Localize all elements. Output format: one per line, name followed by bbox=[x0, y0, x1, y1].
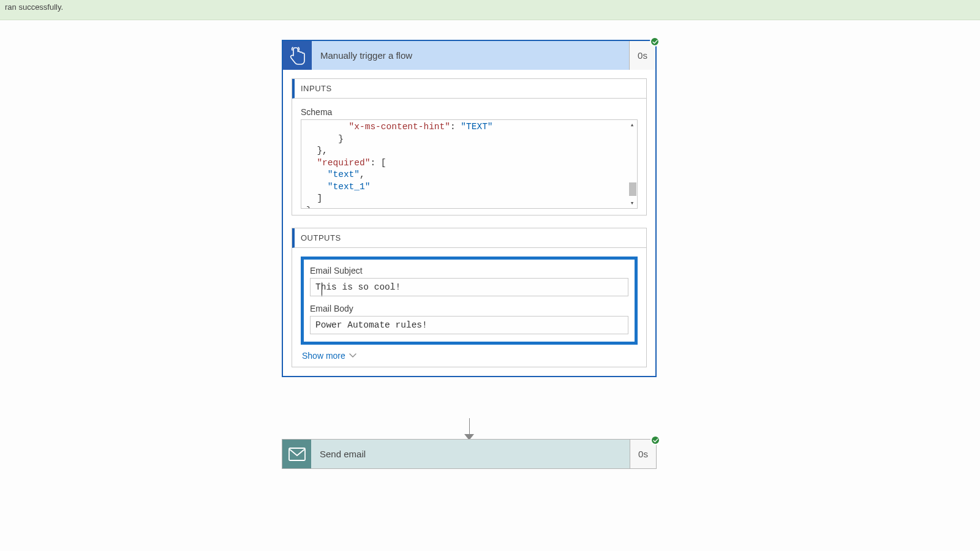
trigger-title: Manually trigger a flow bbox=[312, 41, 630, 70]
outputs-section: OUTPUTS Email Subject This is so cool! E… bbox=[292, 228, 647, 367]
show-more-link[interactable]: Show more bbox=[301, 351, 638, 361]
trigger-body: INPUTS Schema "x-ms-content-hint": "TEXT… bbox=[283, 70, 655, 376]
email-subject-label: Email Subject bbox=[310, 266, 628, 276]
chevron-down-icon bbox=[349, 353, 356, 358]
inputs-header: INPUTS bbox=[292, 79, 646, 99]
email-body-value[interactable]: Power Automate rules! bbox=[310, 316, 628, 334]
success-text: ran successfully. bbox=[5, 2, 63, 12]
scroll-thumb[interactable] bbox=[629, 182, 636, 196]
outputs-highlight: Email Subject This is so cool! Email Bod… bbox=[301, 257, 638, 345]
success-banner: ran successfully. bbox=[0, 0, 980, 20]
show-more-text: Show more bbox=[302, 351, 345, 361]
trigger-card[interactable]: Manually trigger a flow 0s INPUTS Schema… bbox=[282, 40, 657, 377]
email-title: Send email bbox=[311, 440, 630, 468]
schema-label: Schema bbox=[301, 107, 638, 117]
flow-canvas: Manually trigger a flow 0s INPUTS Schema… bbox=[0, 20, 980, 551]
scroll-up-icon[interactable]: ▴ bbox=[628, 121, 636, 129]
email-subject-value[interactable]: This is so cool! bbox=[310, 278, 628, 296]
success-check-icon bbox=[650, 37, 660, 47]
success-check-icon bbox=[650, 435, 660, 445]
outputs-header: OUTPUTS bbox=[292, 228, 646, 248]
inputs-body: Schema "x-ms-content-hint": "TEXT" } }, … bbox=[292, 99, 646, 215]
email-body-label: Email Body bbox=[310, 304, 628, 313]
email-header[interactable]: Send email 0s bbox=[282, 440, 656, 468]
outputs-body: Email Subject This is so cool! Email Bod… bbox=[292, 248, 646, 367]
email-card[interactable]: Send email 0s bbox=[282, 439, 657, 469]
email-icon bbox=[282, 440, 311, 468]
trigger-header[interactable]: Manually trigger a flow 0s bbox=[283, 41, 655, 70]
manual-trigger-icon bbox=[283, 41, 312, 70]
scroll-down-icon[interactable]: ▾ bbox=[628, 199, 636, 208]
schema-code[interactable]: "x-ms-content-hint": "TEXT" } }, "requir… bbox=[301, 119, 638, 209]
svg-rect-0 bbox=[289, 448, 305, 460]
inputs-section: INPUTS Schema "x-ms-content-hint": "TEXT… bbox=[292, 78, 647, 216]
